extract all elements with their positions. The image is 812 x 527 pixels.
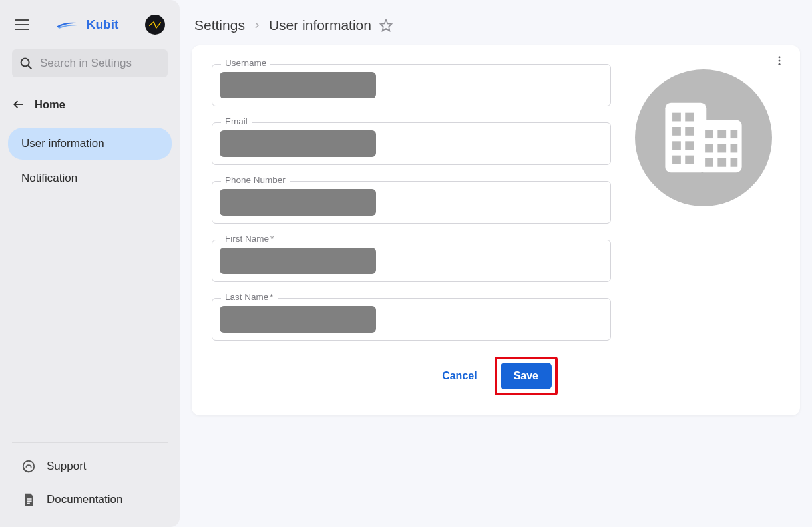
masked-value [220, 130, 376, 157]
svg-rect-22 [705, 130, 713, 138]
svg-rect-21 [685, 156, 694, 164]
chevron-right-icon [253, 21, 261, 29]
search-input[interactable] [40, 57, 161, 70]
svg-rect-5 [27, 498, 31, 500]
svg-point-1 [21, 59, 29, 67]
avatar-column [627, 64, 780, 395]
form-column: Username Email Phone Num [212, 64, 611, 395]
search-icon [19, 56, 33, 71]
nav-home[interactable]: Home [0, 87, 180, 122]
field-label: Phone Number [221, 175, 290, 185]
field-label: Last Name* [221, 292, 278, 302]
svg-rect-25 [705, 144, 713, 153]
avatar-icon [146, 15, 164, 34]
svg-rect-7 [27, 503, 30, 504]
svg-rect-18 [672, 141, 681, 150]
svg-rect-29 [717, 158, 726, 167]
brand-name: Kubit [87, 17, 119, 32]
masked-value [220, 189, 376, 216]
svg-marker-8 [381, 20, 392, 31]
sidebar-bottom: Support Documentation [0, 442, 180, 516]
masked-value [220, 72, 376, 98]
brand-logo[interactable]: Kubit [40, 17, 134, 32]
svg-point-9 [779, 56, 781, 58]
nav-home-label: Home [35, 98, 65, 111]
required-asterisk: * [270, 234, 274, 244]
more-vert-icon [773, 55, 785, 67]
hamburger-menu-icon[interactable] [15, 19, 29, 30]
separator [12, 442, 168, 443]
svg-rect-16 [672, 127, 681, 136]
field-label: Username [221, 58, 270, 68]
sidebar: Kubit Home User info [0, 0, 180, 527]
user-avatar[interactable] [145, 15, 165, 35]
building-icon [661, 98, 746, 177]
svg-rect-24 [731, 130, 738, 138]
svg-rect-23 [717, 130, 726, 138]
field-first-name: First Name* [212, 240, 611, 282]
field-phone: Phone Number [212, 181, 611, 224]
field-last-name: Last Name* [212, 298, 611, 341]
nav-list: User information Notification [0, 122, 180, 202]
breadcrumb-root[interactable]: Settings [194, 17, 245, 33]
profile-image-placeholder[interactable] [635, 69, 772, 206]
support-label: Support [47, 460, 87, 473]
svg-line-2 [28, 65, 31, 69]
save-highlight: Save [495, 357, 558, 395]
support-link[interactable]: Support [8, 450, 172, 483]
nav-item-label: Notification [21, 172, 77, 184]
documentation-icon [21, 492, 36, 507]
phone-input[interactable] [212, 181, 611, 224]
svg-rect-26 [717, 144, 726, 153]
svg-rect-28 [705, 158, 713, 167]
main-content: Settings User information Username [180, 0, 812, 527]
cancel-button[interactable]: Cancel [439, 365, 479, 387]
username-input[interactable] [212, 64, 611, 106]
save-button[interactable]: Save [501, 363, 552, 389]
user-info-card: Username Email Phone Num [192, 45, 800, 415]
documentation-link[interactable]: Documentation [8, 483, 172, 516]
email-input[interactable] [212, 122, 611, 165]
nav-item-user-information[interactable]: User information [8, 128, 172, 160]
star-icon[interactable] [379, 19, 393, 32]
svg-rect-6 [27, 500, 31, 502]
search-box[interactable] [12, 49, 168, 77]
svg-rect-15 [685, 113, 694, 122]
svg-rect-30 [731, 158, 738, 167]
first-name-input[interactable] [212, 240, 611, 282]
masked-value [220, 248, 376, 274]
field-username: Username [212, 64, 611, 106]
support-icon [21, 459, 36, 474]
masked-value [220, 306, 376, 333]
nav-item-notification[interactable]: Notification [8, 162, 172, 194]
nav-item-label: User information [21, 137, 104, 150]
brand-swoosh-icon [56, 20, 81, 29]
svg-rect-17 [685, 127, 694, 136]
svg-rect-14 [672, 113, 681, 122]
svg-rect-20 [672, 156, 681, 164]
documentation-label: Documentation [47, 493, 122, 506]
field-label: Email [221, 116, 252, 126]
svg-point-10 [779, 60, 781, 62]
svg-rect-19 [685, 141, 694, 150]
form-actions: Cancel Save [212, 357, 558, 395]
svg-point-11 [779, 63, 781, 65]
field-email: Email [212, 122, 611, 165]
svg-rect-27 [731, 144, 738, 153]
last-name-input[interactable] [212, 298, 611, 341]
required-asterisk: * [270, 292, 273, 302]
sidebar-header: Kubit [0, 11, 180, 44]
back-arrow-icon [12, 98, 25, 111]
field-label: First Name* [221, 234, 278, 244]
breadcrumb-current[interactable]: User information [269, 17, 371, 33]
card-menu-button[interactable] [773, 55, 785, 69]
breadcrumb: Settings User information [192, 12, 800, 45]
